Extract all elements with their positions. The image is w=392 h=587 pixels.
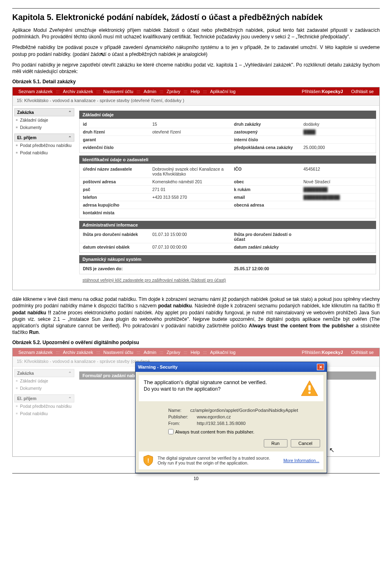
chapter-heading: Kapitola 5. Elektronické podání nabídek,… [12,10,380,22]
menu-log[interactable]: Aplikační log [208,89,238,94]
table-row: druh řízeníotevřené řízenízastoupený████ [80,128,376,136]
chevron-up-icon: ⌃ [68,371,71,376]
menu-nastaveni[interactable]: Nastavení účtu [101,89,136,94]
table-row: kontaktní místa [80,209,376,216]
paragraph-4: dále klikneme v levé části menu na odkaz… [12,296,380,336]
login-user: KopeckyJ [322,89,343,94]
page-number: 10 [12,476,380,481]
blurred-value: ████████████ [303,195,372,200]
table-row: datum otevírání obálek07.07.10 00:00:00d… [80,243,376,251]
sidebar-item-dokumenty[interactable]: Dokumenty [14,124,74,131]
panel-ident-head: Identifikační údaje o zadavateli [79,156,376,164]
dialog-footer: ! The digital signature cannot be verifi… [139,451,323,469]
dialog-line1: The application's digital signature cann… [144,379,296,385]
para2-a: Předběžné nabídky lze podávat pouze v př… [12,44,145,50]
sidebar-item-predbezna[interactable]: Podat předběžnou nabídku [14,402,74,410]
p4-c: . Následně dojde k zobrazení seznamu pod… [192,303,376,309]
trust-checkbox[interactable] [168,429,174,434]
from-value: http://192.168.1.35:8080 [197,421,298,426]
sidebar: Zakázka ⌃ Základní údaje Dokumenty El. p… [13,106,76,290]
table-row: id15druh zakázkydodávky [80,120,376,128]
cancel-button[interactable]: Cancel [291,439,320,447]
sidebar-header-prijem[interactable]: El. příjem ⌃ [14,133,74,142]
name-label: Name: [168,408,190,413]
blurred-value: ████ [303,129,372,134]
close-icon[interactable]: ✕ [317,364,324,370]
menu-nastaveni[interactable]: Nastavení účtu [101,350,136,355]
sidebar: Zakázka ⌃ Základní údaje Dokumenty El. p… [13,367,76,456]
sidebar-item-podat[interactable]: Podat nabídku [14,149,74,156]
from-label: From: [168,421,197,426]
download-key-link[interactable]: stáhnout veřejný klíč zadavatele pro zaš… [79,274,376,284]
panel-ident-body: úřední název zadavateleDobrovolný svazek… [79,164,376,218]
sidebar-item-zakladni[interactable]: Základní údaje [14,116,74,124]
panel-admin-head: Administrativní informace [79,221,376,229]
panel-admin-body: lhůta pro doručení nabídek01.07.10 15:00… [79,229,376,253]
login-label: Přihlášen: [302,350,322,355]
sidebar-item-dokumenty[interactable]: Dokumenty [14,385,74,392]
chevron-up-icon: ⌃ [68,136,71,140]
svg-point-2 [308,392,311,394]
app-menubar: Seznam zakázek::: Archiv zakázek::: Nast… [13,87,379,96]
sidebar-header-zakazka[interactable]: Zakázka ⌃ [14,108,74,116]
p4-b3: Always trust the content from the publis… [249,323,354,329]
menu-archiv[interactable]: Archiv zakázek [60,350,96,355]
run-button[interactable]: Run [264,439,287,447]
name-value: cz/ample/gordion/applet/GordionPodaniNab… [190,408,298,413]
menu-seznam[interactable]: Seznam zakázek [16,350,55,355]
menu-seznam[interactable]: Seznam zakázek [16,89,55,94]
menu-log[interactable]: Aplikační log [208,350,238,355]
dialog-message: The application's digital signature cann… [139,375,323,401]
menu-admin[interactable]: Admin [141,350,159,355]
trust-checkbox-label: Always trust content from this publisher… [175,429,254,434]
menu-help[interactable]: Help [188,350,203,355]
table-row: evidenční číslopředpokládaná cena zakázk… [80,144,376,151]
panel-zakladni-body: id15druh zakázkydodávky druh řízeníotevř… [79,119,376,153]
table-row: adresa kupujícíhoobecná adresa [80,201,376,209]
panel-dns-head: Dynamický nákupní systém [79,255,376,263]
shield-icon: ! [143,455,154,466]
menu-help[interactable]: Help [188,89,203,94]
more-information-link[interactable]: More Information... [283,458,319,463]
panel-zakladni-head: Základní údaje [79,111,376,119]
menu-zpravy[interactable]: Zprávy [164,89,183,94]
paragraph-3: Pro podání nabídky je nejprve zapotřebí … [12,62,380,75]
logout-link[interactable]: Odhlásit se [349,89,376,94]
table-row: lhůta pro doručení nabídek01.07.10 15:00… [80,231,376,243]
menu-admin[interactable]: Admin [141,89,159,94]
figure-5-2-caption: Obrázek 5.2. Upozornění o ověření digitá… [12,340,380,345]
p4-b4: Run [29,329,38,335]
blurred-value: ████████ [303,187,372,192]
menu-archiv[interactable]: Archiv zakázek [60,89,96,94]
sidebar-item-predbezna[interactable]: Podat předběžnou nabídku [14,142,74,149]
dialog-details: Name:cz/ample/gordion/applet/GordionPoda… [136,405,327,437]
warning-icon [301,379,318,397]
screenshot-security-warning: Seznam zakázek::: Archiv zakázek::: Nast… [12,348,380,457]
sidebar-item-podat[interactable]: Podat nabídku [14,410,74,417]
sidebar-header-prijem[interactable]: El. příjem ⌃ [14,394,74,402]
cursor-icon: ↖ [100,51,105,58]
menu-zpravy[interactable]: Zprávy [164,350,183,355]
svg-rect-1 [308,385,311,391]
login-label: Přihlášen: [302,89,322,94]
paragraph-2: Předběžné nabídky lze podávat pouze v př… [12,44,380,57]
table-row: garantinterní číslo [80,136,376,144]
paragraph-1: Aplikace Modul Zveřejnění umožňuje elekt… [12,27,380,40]
dialog-titlebar: Warning - Security ✕ [136,362,327,372]
cursor-icon: ↖ [329,446,334,454]
sidebar-zakazka-label: Zakázka [17,110,34,115]
logout-link[interactable]: Odhlásit se [349,350,376,355]
panel-dns-body: DNS je zaveden do:25.05.17 12:00:00 [79,263,376,274]
screenshot-detail-zakazky: Seznam zakázek::: Archiv zakázek::: Nast… [12,87,380,290]
sidebar-item-zakladni[interactable]: Základní údaje [14,377,74,385]
top-rule [12,8,380,9]
table-row: psč271 01k rukám████████ [80,186,376,193]
table-row: úřední název zadavateleDobrovolný svazek… [80,165,376,178]
main-content: Základní údaje id15druh zakázkydodávky d… [76,106,379,290]
sidebar-prijem-label: El. příjem [17,396,36,401]
trust-checkbox-row: Always trust content from this publisher… [168,429,298,434]
sidebar-header-zakazka[interactable]: Zakázka ⌃ [14,369,74,377]
bottom-rule [12,473,380,474]
dialog-title-text: Warning - Security [138,365,178,369]
table-row: poštovní adresaKomenského náměstí 201obe… [80,178,376,186]
